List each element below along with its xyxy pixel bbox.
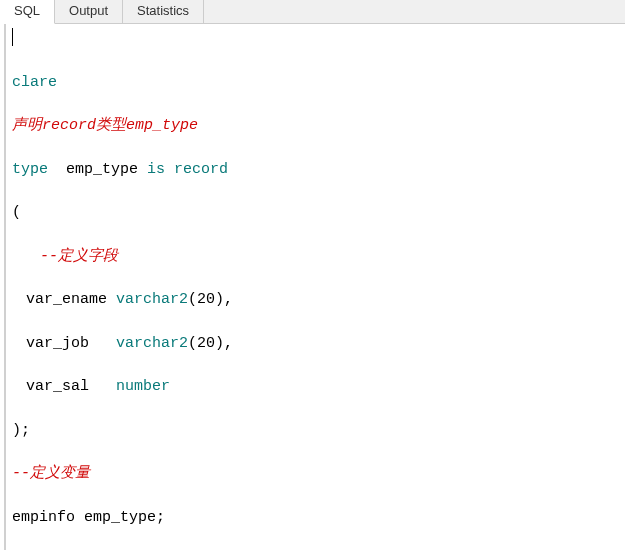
text-cursor <box>12 28 13 46</box>
tab-output[interactable]: Output <box>55 0 123 23</box>
code-line: var_ename varchar2(20), <box>12 289 625 311</box>
code-line: ); <box>12 420 625 442</box>
code-line: type emp_type is record <box>12 159 625 181</box>
sql-editor[interactable]: clare 声明record类型emp_type type emp_type i… <box>4 24 625 550</box>
code-line: var_job varchar2(20), <box>12 333 625 355</box>
code-line: var_sal number <box>12 376 625 398</box>
code-line: --定义变量 <box>12 463 625 485</box>
tab-sql[interactable]: SQL <box>0 0 55 24</box>
code-line: ( <box>12 202 625 224</box>
code-line: --定义字段 <box>12 246 625 268</box>
code-line: empinfo emp_type; <box>12 507 625 529</box>
code-line: 声明record类型emp_type <box>12 115 625 137</box>
tab-statistics[interactable]: Statistics <box>123 0 204 23</box>
code-line: clare <box>12 72 625 94</box>
tab-bar: SQL Output Statistics <box>0 0 625 24</box>
